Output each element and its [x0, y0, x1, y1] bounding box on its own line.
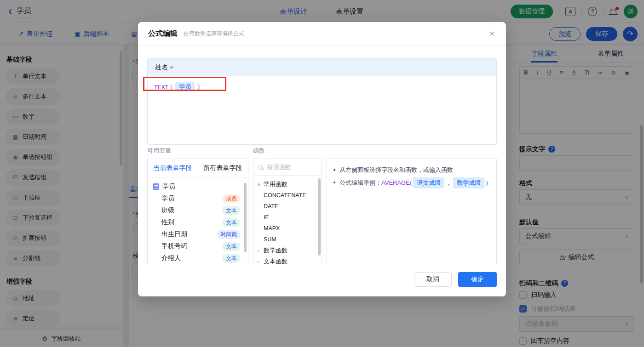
open-paren: (: [169, 84, 173, 91]
variable-name: 学员: [161, 194, 174, 203]
variables-scrollbar[interactable]: [244, 183, 247, 252]
modal-subtitle: 使用数学运算符编辑公式: [184, 30, 244, 38]
help-tip-1: 从左侧面板选择字段名和函数，或输入函数: [334, 165, 490, 175]
variables-root-form[interactable]: 学员: [148, 181, 248, 193]
help-text: 从左侧面板选择字段名和函数，或输入函数: [339, 165, 453, 175]
confirm-button[interactable]: 确定: [458, 272, 497, 287]
function-group-common[interactable]: ∨ 常用函数: [253, 179, 322, 190]
modal-header: 公式编辑 使用数学运算符编辑公式: [138, 22, 506, 46]
comma: ，: [446, 178, 452, 188]
root-form-name: 学员: [162, 182, 175, 191]
formula-target: 姓名 =: [155, 63, 173, 72]
functions-tree: ∨ 常用函数 CONCATENATE DATE IF MAPX SUM › 数学…: [253, 176, 322, 264]
tag-member: 成员: [222, 194, 241, 203]
group-name: 数学函数: [264, 246, 288, 255]
example-prefix: 公式编辑举例：: [339, 178, 381, 188]
formula-editor-box[interactable]: 姓名 = TEXT ( 学员 ): [147, 58, 497, 145]
variable-row-referrer[interactable]: 介绍人 文本: [148, 252, 248, 264]
tag-text: 文本: [222, 218, 241, 227]
open-paren: (: [410, 178, 412, 188]
functions-panel: ∨ 常用函数 CONCATENATE DATE IF MAPX SUM › 数学…: [253, 159, 322, 264]
tab-all-form-fields[interactable]: 所有表单字段: [198, 164, 248, 172]
variables-section-label: 可用变量: [147, 147, 171, 155]
function-search-input[interactable]: [266, 163, 312, 171]
variable-name: 性别: [161, 218, 174, 227]
form-doc-icon: [153, 183, 159, 190]
variable-name: 手机号码: [161, 242, 187, 250]
close-paren: ): [486, 178, 488, 188]
function-item-concatenate[interactable]: CONCATENATE: [253, 190, 322, 201]
field-chip-chinese-score: 语文成绩: [413, 177, 444, 188]
variable-name: 介绍人: [161, 254, 181, 262]
formula-editor-modal: 公式编辑 使用数学运算符编辑公式 × 姓名 = TEXT ( 学员 ) 可用变量…: [138, 22, 506, 296]
variables-tree: 学员 学员 成员 班级 文本 性别 文本 出生日期 时间戳 手机号码 文本: [148, 177, 248, 264]
formula-help-panel: 从左侧面板选择字段名和函数，或输入函数 公式编辑举例： AVERAGE ( 语文…: [327, 159, 497, 264]
variable-row-student[interactable]: 学员 成员: [148, 193, 248, 205]
formula-target-row: 姓名 =: [148, 59, 496, 76]
chevron-closed-icon: ›: [257, 259, 261, 264]
variable-name: 班级: [161, 206, 174, 215]
variable-row-phone[interactable]: 手机号码 文本: [148, 240, 248, 252]
formula-expression[interactable]: TEXT ( 学员 ): [148, 76, 496, 97]
help-tip-2: 公式编辑举例： AVERAGE ( 语文成绩 ， 数学成绩 ): [334, 177, 490, 188]
modal-title: 公式编辑: [148, 29, 178, 39]
variable-row-gender[interactable]: 性别 文本: [148, 216, 248, 228]
variable-name: 出生日期: [161, 230, 187, 239]
chevron-open-icon: ∨: [257, 182, 261, 188]
group-name: 常用函数: [264, 180, 288, 188]
tag-text: 文本: [222, 254, 241, 263]
function-group-math[interactable]: › 数学函数: [253, 245, 322, 256]
group-name: 文本函数: [264, 257, 288, 264]
functions-section-label: 函数: [253, 147, 265, 155]
close-icon[interactable]: ×: [489, 28, 495, 38]
field-chip-student[interactable]: 学员: [175, 82, 195, 91]
search-icon: [258, 165, 263, 170]
function-search-row: [253, 159, 322, 176]
close-paren: ): [197, 84, 201, 91]
cancel-button[interactable]: 取消: [414, 272, 452, 287]
field-chip-math-score: 数学成绩: [453, 177, 484, 188]
formula-function-name: TEXT: [154, 84, 168, 91]
function-item-date[interactable]: DATE: [253, 201, 322, 212]
function-item-mapx[interactable]: MAPX: [253, 223, 322, 234]
variable-row-class[interactable]: 班级 文本: [148, 205, 248, 216]
tag-timestamp: 时间戳: [217, 230, 241, 239]
bullet-dot: [334, 169, 335, 171]
variables-tabs: 当前表单字段 所有表单字段: [148, 159, 248, 177]
tab-current-form-fields[interactable]: 当前表单字段: [148, 164, 198, 172]
variables-panel: 当前表单字段 所有表单字段 学员 学员 成员 班级 文本 性别 文本 出生日期: [147, 159, 248, 264]
tag-text: 文本: [222, 206, 241, 215]
functions-scrollbar[interactable]: [318, 178, 321, 256]
function-item-if[interactable]: IF: [253, 212, 322, 223]
example-function-name: AVERAGE: [381, 178, 410, 188]
chevron-closed-icon: ›: [257, 248, 261, 253]
function-group-text[interactable]: › 文本函数: [253, 256, 322, 264]
function-item-sum[interactable]: SUM: [253, 234, 322, 245]
bullet-dot: [334, 182, 335, 183]
variable-row-birthdate[interactable]: 出生日期 时间戳: [148, 228, 248, 240]
help-example: 公式编辑举例： AVERAGE ( 语文成绩 ， 数学成绩 ): [339, 177, 488, 188]
tag-text: 文本: [222, 242, 241, 251]
